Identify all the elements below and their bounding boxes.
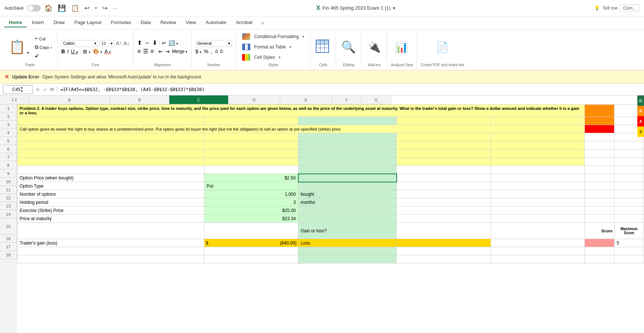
insert-function-button[interactable]: fx	[50, 87, 54, 92]
cell-D18[interactable]	[397, 255, 491, 263]
cell-B6[interactable]	[204, 149, 298, 158]
cell-D17[interactable]	[397, 247, 491, 255]
underline-button[interactable]: U ▾	[71, 48, 78, 54]
cell-A18[interactable]	[17, 255, 204, 263]
cell-D4[interactable]	[397, 133, 491, 141]
cell-C14[interactable]	[298, 215, 397, 223]
row-number-16[interactable]: 16	[0, 235, 17, 243]
cell-A16[interactable]: Trader's gain (loss)	[17, 239, 204, 247]
cell-A10[interactable]: Option Type	[17, 182, 204, 190]
row-number-14[interactable]: 14	[0, 210, 17, 218]
cell-C13[interactable]	[298, 206, 397, 215]
cell-F8[interactable]	[585, 166, 614, 174]
number-format-selector[interactable]: General ▾	[195, 40, 232, 47]
cell-ref-spinners[interactable]: ▲ ▼	[20, 86, 23, 93]
cell-F2[interactable]	[585, 117, 614, 125]
cell-E2[interactable]	[491, 117, 584, 125]
cell-F9[interactable]	[585, 174, 614, 182]
tab-automate[interactable]: Automate	[201, 18, 231, 27]
font-family-dropdown[interactable]: ▾	[94, 41, 96, 46]
tab-data[interactable]: Data	[136, 18, 155, 27]
wrap-text-icon[interactable]: ↵	[162, 40, 166, 46]
cell-D2[interactable]	[397, 117, 491, 125]
cell-F12[interactable]	[585, 198, 614, 206]
undo-dropdown-icon[interactable]: ▾	[95, 6, 97, 10]
align-right-icon[interactable]: ≡	[150, 48, 154, 55]
cell-E5[interactable]	[491, 141, 584, 149]
cell-G15[interactable]: Maximum Score	[614, 223, 644, 239]
cell-D9[interactable]	[397, 174, 491, 182]
cell-G5[interactable]	[614, 141, 644, 149]
cell-F13[interactable]	[585, 206, 614, 215]
cell-E17[interactable]	[491, 247, 584, 255]
cell-D7[interactable]	[397, 158, 491, 166]
merge-cells-button[interactable]: Merge ▾	[172, 49, 187, 54]
tab-view[interactable]: View	[181, 18, 200, 27]
col-header-C[interactable]: C	[169, 95, 228, 104]
cell-E4[interactable]	[491, 133, 584, 141]
paste-button[interactable]: 📋 ▾	[7, 38, 31, 56]
tab-acrobat[interactable]: Acrobat	[231, 18, 257, 27]
cs-dropdown[interactable]: ▾	[279, 56, 281, 59]
col-header-G[interactable]: G	[362, 95, 391, 104]
cut-button[interactable]: ✂ Cut	[33, 36, 54, 42]
cell-F14[interactable]	[585, 215, 614, 223]
col-header-F[interactable]: F	[332, 95, 362, 104]
cell-F18[interactable]	[585, 255, 614, 263]
row-number-1[interactable]: 1	[0, 104, 17, 112]
tab-page-layout[interactable]: Page Layout	[70, 18, 106, 27]
row-number-15[interactable]: 15	[0, 218, 17, 235]
home-icon[interactable]: 🏠	[44, 4, 52, 12]
format-as-table-button[interactable]: Format as Table ▾	[240, 43, 294, 51]
cell-F6[interactable]	[585, 149, 614, 158]
border-button[interactable]: ⊞ ▾	[83, 48, 91, 54]
format-painter-button[interactable]: 🖌	[33, 53, 54, 58]
addins-button[interactable]: 🔌	[365, 38, 383, 56]
cell-B8[interactable]	[204, 166, 298, 174]
cell-F7[interactable]	[585, 158, 614, 166]
formula-input[interactable]	[60, 87, 641, 92]
cell-G13[interactable]	[614, 206, 644, 215]
cell-B13[interactable]: $25.00	[204, 206, 298, 215]
save-as-icon[interactable]: 📋	[71, 4, 79, 12]
cell-C4[interactable]	[298, 133, 397, 141]
cell-E14[interactable]	[491, 215, 584, 223]
cf-dropdown[interactable]: ▾	[302, 35, 304, 38]
more-icon[interactable]: ···	[113, 5, 117, 11]
cell-E7[interactable]	[491, 158, 584, 166]
cell-A4[interactable]	[17, 133, 204, 141]
row-number-13[interactable]: 13	[0, 202, 17, 210]
cell-G16[interactable]: 5	[614, 239, 644, 247]
cell-D13[interactable]	[397, 206, 491, 215]
cell-B11[interactable]: 1,000	[204, 190, 298, 198]
tab-home[interactable]: Home	[4, 18, 27, 27]
editing-button[interactable]: 🔍	[340, 38, 357, 56]
row-number-2[interactable]: 2	[0, 112, 17, 121]
cell-styles-button[interactable]: Cell Styles ▾	[240, 53, 283, 61]
comment-btn[interactable]: Com...	[620, 4, 640, 12]
col-header-A[interactable]: A	[29, 95, 110, 104]
percent-icon[interactable]: %	[204, 48, 208, 54]
cell-C18[interactable]	[298, 255, 397, 263]
number-format-dropdown[interactable]: ▾	[228, 41, 230, 46]
cell-G8[interactable]	[614, 166, 644, 174]
cell-E9[interactable]	[491, 174, 584, 182]
tab-formulas[interactable]: Formulas	[106, 18, 135, 27]
update-error-icon[interactable]: ✕	[4, 73, 9, 80]
cell-A5[interactable]	[17, 141, 204, 149]
align-top-icon[interactable]: ⬆	[137, 39, 142, 46]
fat-dropdown[interactable]: ▾	[289, 45, 291, 49]
align-left-icon[interactable]: ≡	[137, 48, 140, 55]
cell-B17[interactable]	[204, 247, 298, 255]
cell-F1[interactable]	[585, 105, 614, 117]
bold-button[interactable]: B	[61, 48, 65, 54]
cell-G18[interactable]	[614, 255, 644, 263]
cell-D14[interactable]	[397, 215, 491, 223]
save-icon[interactable]: 💾	[58, 4, 66, 12]
cell-B4[interactable]	[204, 133, 298, 141]
cell-B5[interactable]	[204, 141, 298, 149]
col-header-B[interactable]: B	[110, 95, 169, 104]
cell-B15[interactable]	[204, 223, 298, 239]
row-number-11[interactable]: 11	[0, 186, 17, 194]
row-number-5[interactable]: 5	[0, 137, 17, 145]
